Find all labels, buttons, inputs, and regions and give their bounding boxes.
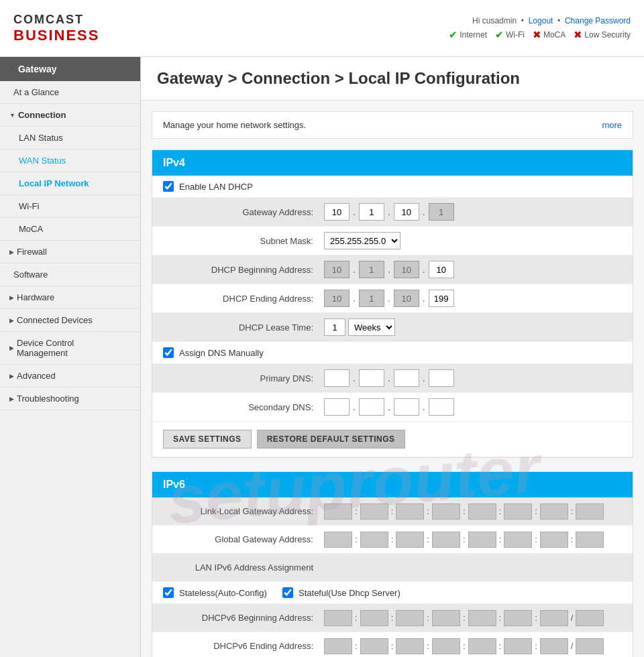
dhcp-begin-controls: . . . — [324, 261, 454, 278]
gateway-oct3[interactable] — [394, 203, 419, 221]
primary-dns-oct2[interactable] — [359, 369, 384, 387]
connection-label: Connection — [18, 110, 66, 120]
ip-sep-3: . — [422, 206, 426, 217]
ip-sep-15: . — [422, 402, 426, 412]
dhcpv6-end-f1[interactable] — [324, 638, 352, 654]
dhcp-lease-label: DHCP Lease Time: — [163, 322, 324, 333]
subnet-mask-controls: 255.255.255.0 255.255.0.0 255.0.0.0 — [324, 232, 400, 249]
dhcpv6-end-f3[interactable] — [396, 638, 424, 654]
link-local-f1[interactable] — [324, 503, 352, 520]
sidebar-gateway[interactable]: ▼ Gateway — [0, 57, 140, 81]
dhcp-end-controls: . . . — [324, 290, 454, 307]
global-gw-f1[interactable] — [324, 532, 352, 548]
global-gw-f6[interactable] — [504, 532, 532, 548]
dhcpv6-begin-f1[interactable] — [324, 610, 352, 626]
secondary-dns-oct2[interactable] — [359, 398, 384, 416]
link-local-f5[interactable] — [468, 503, 496, 520]
link-local-f2[interactable] — [360, 503, 388, 520]
link-local-f4[interactable] — [432, 503, 460, 520]
ip-sep-11: . — [387, 373, 391, 383]
dhcpv6-begin-f6[interactable] — [504, 610, 532, 626]
link-local-controls: : : : : : : : — [324, 503, 604, 520]
secondary-dns-oct3[interactable] — [394, 398, 419, 416]
save-button[interactable]: SAVE SETTINGS — [163, 430, 252, 449]
stateless-checkbox[interactable] — [163, 587, 174, 598]
link-local-f8[interactable] — [576, 503, 604, 520]
page-title: Gateway > Connection > Local IP Configur… — [157, 69, 628, 88]
troubleshooting-label: Troubleshooting — [17, 394, 79, 404]
sidebar-firewall[interactable]: ▶ Firewall — [0, 241, 140, 263]
sidebar-hardware[interactable]: ▶ Hardware — [0, 286, 140, 309]
stateless-stateful-row: Stateless(Auto-Config) Stateful(Use Dhcp… — [152, 582, 633, 604]
sidebar-local-ip-network[interactable]: Local IP Network — [0, 172, 140, 195]
sidebar-moca[interactable]: MoCA — [0, 218, 140, 241]
dhcpv6-begin-f3[interactable] — [396, 610, 424, 626]
assign-dns-checkbox[interactable] — [163, 347, 174, 358]
secondary-dns-oct1[interactable] — [324, 398, 350, 416]
sidebar-advanced[interactable]: ▶ Advanced — [0, 365, 140, 387]
dhcpv6-end-f5[interactable] — [468, 638, 496, 654]
global-gw-f4[interactable] — [432, 532, 460, 548]
firewall-triangle-icon: ▶ — [9, 249, 14, 255]
link-local-f6[interactable] — [504, 503, 532, 520]
dhcp-lease-value[interactable] — [324, 318, 345, 336]
subnet-mask-label: Subnet Mask: — [163, 236, 324, 246]
gateway-oct2[interactable] — [359, 203, 384, 221]
firewall-label: Firewall — [17, 247, 47, 257]
dhcpv6-end-f4[interactable] — [432, 638, 460, 654]
dhcp-end-oct4[interactable] — [429, 290, 454, 307]
global-gw-f2[interactable] — [360, 532, 388, 548]
dhcpv6-begin-prefix[interactable] — [576, 610, 604, 626]
enable-lan-dhcp-checkbox[interactable] — [163, 181, 174, 192]
user-greeting: Hi cusadmin — [472, 16, 517, 25]
info-bar: Manage your home network settings. more — [152, 111, 633, 139]
primary-dns-oct1[interactable] — [324, 369, 350, 387]
dhcp-begin-oct4[interactable] — [429, 261, 454, 278]
header-right: Hi cusadmin • Logout • Change Password ✔… — [449, 16, 631, 41]
stateful-checkbox[interactable] — [282, 587, 293, 598]
dhcpv6-end-f7[interactable] — [540, 638, 568, 654]
internet-status: ✔ Internet — [449, 29, 487, 41]
dhcpv6-end-f6[interactable] — [504, 638, 532, 654]
sidebar-lan-status[interactable]: LAN Status — [0, 127, 140, 150]
ip-sep-2: . — [387, 206, 391, 217]
sidebar-connected-devices[interactable]: ▶ Connected Devices — [0, 309, 140, 332]
info-description: Manage your home network settings. — [163, 120, 306, 130]
global-gw-f7[interactable] — [540, 532, 568, 548]
secondary-dns-row: Secondary DNS: . . . — [152, 393, 633, 422]
device-control-triangle-icon: ▶ — [9, 345, 14, 351]
dhcpv6-end-f2[interactable] — [360, 638, 388, 654]
global-gw-f5[interactable] — [468, 532, 496, 548]
link-local-f3[interactable] — [396, 503, 424, 520]
dhcpv6-begin-f2[interactable] — [360, 610, 388, 626]
more-link[interactable]: more — [602, 120, 622, 130]
sidebar-at-a-glance[interactable]: At a Glance — [0, 81, 140, 104]
dhcpv6-begin-f4[interactable] — [432, 610, 460, 626]
dhcpv6-begin-f7[interactable] — [540, 610, 568, 626]
main-content: Gateway > Connection > Local IP Configur… — [141, 57, 644, 657]
ip-sep-10: . — [352, 373, 356, 383]
moca-status: ✖ MoCA — [533, 29, 566, 41]
primary-dns-oct4[interactable] — [429, 369, 454, 387]
subnet-mask-select[interactable]: 255.255.255.0 255.255.0.0 255.0.0.0 — [324, 232, 400, 249]
dhcpv6-end-prefix[interactable] — [576, 638, 604, 654]
sidebar-connection[interactable]: ▼ Connection — [0, 104, 140, 127]
sidebar-troubleshooting[interactable]: ▶ Troubleshooting — [0, 387, 140, 410]
restore-button[interactable]: RESTORE DEFAULT SETTINGS — [257, 430, 405, 449]
sidebar-wan-status[interactable]: WAN Status — [0, 150, 140, 172]
troubleshooting-triangle-icon: ▶ — [9, 396, 14, 402]
global-gw-f3[interactable] — [396, 532, 424, 548]
dhcpv6-begin-f5[interactable] — [468, 610, 496, 626]
sidebar-wifi[interactable]: Wi-Fi — [0, 195, 140, 218]
sidebar-device-control[interactable]: ▶ Device ControlManagement — [0, 332, 140, 365]
secondary-dns-oct4[interactable] — [429, 398, 454, 416]
logout-link[interactable]: Logout — [529, 16, 553, 25]
dhcp-lease-unit-select[interactable]: Weeks Days Hours — [348, 318, 395, 336]
sidebar-software[interactable]: Software — [0, 263, 140, 286]
change-password-link[interactable]: Change Password — [565, 16, 631, 25]
gateway-oct1[interactable] — [324, 203, 350, 221]
global-gw-f8[interactable] — [576, 532, 604, 548]
primary-dns-oct3[interactable] — [394, 369, 419, 387]
link-local-f7[interactable] — [540, 503, 568, 520]
dhcp-end-oct2 — [359, 290, 384, 307]
